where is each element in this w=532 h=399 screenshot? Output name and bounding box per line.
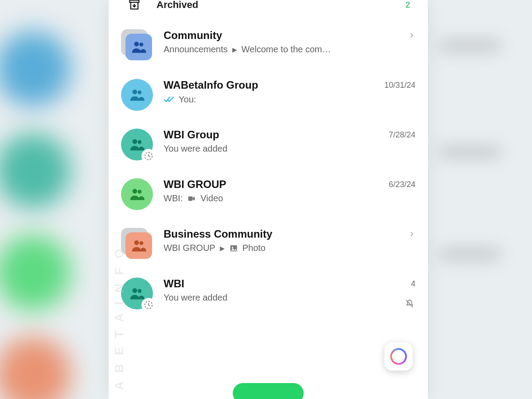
- preview-sender: Announcements: [164, 44, 228, 55]
- chevron-right-icon: [408, 32, 415, 39]
- chat-name: Business Community: [164, 228, 404, 240]
- chat-preview: WBI GROUP▶Photo: [164, 243, 415, 253]
- people-icon: [128, 86, 146, 104]
- preview-sender: WBI:: [164, 193, 183, 203]
- people-icon: [130, 237, 148, 254]
- triangle-separator-icon: ▶: [232, 46, 237, 53]
- disappearing-timer-icon: [142, 150, 155, 162]
- people-icon: [128, 136, 146, 153]
- chat-name: WBI Group: [164, 129, 384, 141]
- chat-row[interactable]: CommunityAnnouncements▶Welcome to the co…: [109, 20, 428, 70]
- background-blur: [0, 337, 71, 399]
- video-icon: [187, 194, 196, 203]
- chat-timestamp: 10/31/24: [384, 81, 415, 90]
- community-avatar: [121, 228, 153, 260]
- chat-preview: You were added: [164, 144, 415, 154]
- preview-text: You were added: [164, 144, 227, 154]
- preview-sender: WBI GROUP: [164, 243, 215, 253]
- background-blur: [439, 146, 501, 158]
- chat-timestamp: 7/28/24: [389, 130, 415, 140]
- disappearing-timer-icon: [142, 299, 155, 311]
- chat-timestamp: 6/23/24: [389, 180, 415, 189]
- people-icon: [128, 185, 146, 203]
- group-avatar: [121, 178, 153, 210]
- meta-ai-icon: [390, 348, 407, 365]
- chat-preview: You:: [164, 94, 415, 105]
- archive-icon: [128, 0, 141, 11]
- photo-icon: [229, 244, 238, 253]
- background-blur: [0, 31, 71, 106]
- chat-row-body: CommunityAnnouncements▶Welcome to the co…: [164, 29, 415, 55]
- chats-panel: Archived 2 CommunityAnnouncements▶Welcom…: [109, 0, 428, 399]
- group-avatar: [121, 129, 153, 160]
- chat-row-body: WBI GROUP6/23/24WBI:Video: [164, 178, 415, 203]
- people-icon: [130, 38, 148, 56]
- group-avatar: [121, 79, 153, 111]
- chat-timestamp: 4: [411, 279, 415, 289]
- chat-row[interactable]: Business CommunityWBI GROUP▶Photo: [109, 219, 428, 269]
- chat-row[interactable]: WBI Group7/28/24You were added: [109, 120, 428, 169]
- chat-row-body: Business CommunityWBI GROUP▶Photo: [164, 228, 415, 253]
- chevron-right-icon: [408, 231, 415, 238]
- chat-name: WBI: [164, 278, 407, 290]
- meta-ai-button[interactable]: [384, 342, 413, 371]
- chat-row-body: WABetaInfo Group10/31/24You:: [164, 79, 415, 105]
- background-blur: [439, 40, 501, 51]
- preview-text: Photo: [243, 243, 266, 253]
- read-receipt-icon: [164, 94, 174, 105]
- chat-name: WABetaInfo Group: [164, 79, 380, 91]
- background-blur: [439, 248, 501, 260]
- muted-icon: [405, 299, 415, 309]
- svg-rect-0: [130, 0, 139, 3]
- archived-count: 2: [405, 0, 415, 10]
- chat-row[interactable]: WABetaInfo Group10/31/24You:: [109, 70, 428, 120]
- chat-preview: WBI:Video: [164, 193, 415, 203]
- triangle-separator-icon: ▶: [220, 245, 225, 252]
- chat-name: Community: [164, 29, 404, 42]
- chat-row-body: WBI4You were added: [164, 278, 415, 303]
- archived-label: Archived: [156, 0, 389, 11]
- chat-row[interactable]: WBI4You were added: [109, 269, 428, 318]
- chat-row-body: WBI Group7/28/24You were added: [164, 129, 415, 154]
- chat-preview: You were added: [164, 293, 415, 303]
- preview-sender: You:: [179, 94, 196, 105]
- background-blur: [0, 133, 71, 208]
- background-blur: [0, 235, 71, 310]
- people-icon: [128, 285, 146, 302]
- preview-text: Video: [200, 193, 223, 203]
- chat-preview: Announcements▶Welcome to the com…: [164, 44, 415, 55]
- preview-text: You were added: [164, 293, 227, 303]
- chat-row[interactable]: WBI GROUP6/23/24WBI:Video: [109, 169, 428, 219]
- group-avatar: [121, 278, 153, 309]
- chat-list: CommunityAnnouncements▶Welcome to the co…: [109, 20, 428, 318]
- community-avatar: [121, 29, 153, 61]
- archived-row[interactable]: Archived 2: [109, 0, 428, 20]
- preview-text: Welcome to the com…: [242, 44, 331, 55]
- chat-name: WBI GROUP: [164, 178, 384, 191]
- new-chat-fab[interactable]: [233, 383, 304, 399]
